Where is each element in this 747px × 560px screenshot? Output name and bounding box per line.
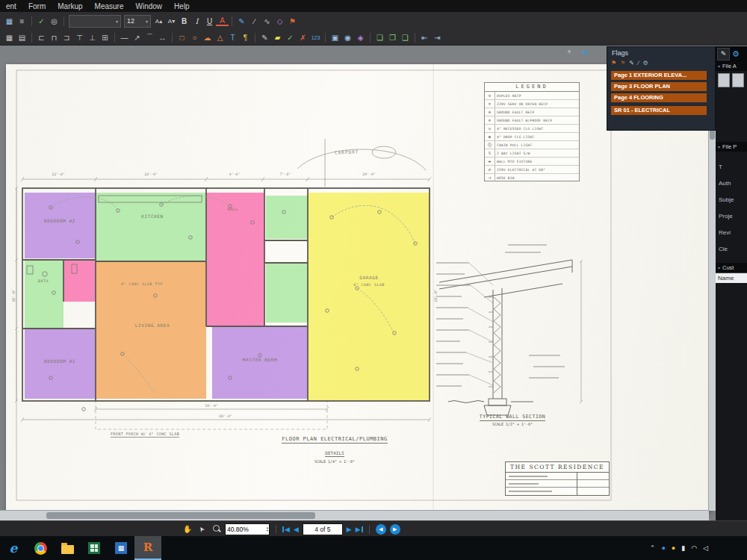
diamond-tool-icon[interactable]: ◇ [273,15,286,28]
flag-row[interactable]: Page 4 FLOORING [611,93,707,102]
merge-icon[interactable]: ❑ [399,31,412,44]
page-indicator[interactable]: 4 of 5 [303,523,343,535]
highlight-icon[interactable]: ▰ [271,31,284,44]
text-icon[interactable]: T [226,31,239,44]
select-tool-icon[interactable]: ➤ [196,525,207,533]
menu-item[interactable]: Measure [89,0,130,12]
excel-taskbar-button[interactable] [81,536,108,560]
pencil-icon[interactable]: ✎ [258,31,271,44]
note-icon[interactable]: ¶ [239,31,252,44]
next-view-button[interactable]: ▶ [390,524,400,535]
section-file-access[interactable]: ▾ File A [716,61,747,71]
pan-tool-icon[interactable]: ✋ [182,525,193,533]
flag-row[interactable]: Page 3 FLOOR PLAN [611,82,707,91]
snapshot-icon[interactable]: ◉ [341,31,354,44]
wave-tool-icon[interactable]: ∿ [261,15,273,28]
menu-item[interactable]: Markup [52,0,88,12]
count-icon[interactable]: 123 [309,31,322,44]
menu-item[interactable]: ent [0,0,22,12]
battery-icon[interactable]: ▮ [681,544,685,552]
room-highlight-master-bedroom[interactable] [212,326,308,399]
room-highlight-bath-3[interactable] [266,263,308,323]
close-icon[interactable]: ✕ [582,49,588,57]
flatten-icon[interactable]: ❐ [386,31,399,44]
increase-font-icon[interactable]: A▴ [152,15,165,28]
pencil-icon[interactable]: ✎ [717,48,730,60]
panel-toggle-icon[interactable]: ▦ [3,15,16,28]
font-color-icon[interactable]: A [216,16,229,26]
gear-icon[interactable]: ⚙ [732,49,740,59]
flag-tool-icon[interactable]: ⚑ [286,15,299,28]
align-right-icon[interactable]: ⊐ [61,31,73,44]
image-icon[interactable]: ▣ [329,31,341,44]
previous-page-button[interactable]: ◀ [294,526,299,533]
grid-icon[interactable]: ▦ [3,31,16,44]
zoom-tool-icon[interactable] [211,525,221,533]
arc-icon[interactable]: ⌒ [143,31,156,44]
section-custom[interactable]: ▾ Cust [716,263,747,273]
table-icon[interactable]: ▤ [16,31,28,44]
stamp-icon[interactable]: ◈ [354,31,367,44]
next-page-button[interactable]: ▶ [347,526,352,533]
zoom-input[interactable] [226,526,267,533]
horizontal-scrollbar[interactable] [0,510,709,520]
align-bottom-icon[interactable]: ⊥ [86,31,99,44]
file-explorer-taskbar-button[interactable] [54,536,81,560]
room-highlight-bedroom-2[interactable] [25,193,96,258]
app-taskbar-button[interactable]: ▦ [108,536,134,560]
revu-taskbar-button[interactable]: R [134,536,161,560]
dimension-icon[interactable]: ↔ [156,31,169,44]
x-markup-icon[interactable]: ✗ [297,31,309,44]
room-highlight-bath-2[interactable] [63,260,96,302]
collapse-panel-icon[interactable]: ▼ [566,49,572,57]
font-family-select[interactable]: ▾ [69,15,121,28]
room-highlight-bedroom-1[interactable] [25,329,96,399]
bold-icon[interactable]: B [178,15,190,28]
edit-flag-icon[interactable]: ✎ [629,60,634,66]
file-thumbnail[interactable] [732,73,744,87]
edge-taskbar-button[interactable]: e [0,536,27,560]
polygon-icon[interactable]: △ [214,31,226,44]
horizontal-scroll-thumb[interactable] [46,512,315,519]
italic-icon[interactable]: I [190,15,203,28]
menu-item[interactable]: Form [22,0,52,12]
menu-item[interactable]: Window [130,0,169,12]
gear-icon[interactable]: ⚙ [642,60,648,66]
align-top-icon[interactable]: ⊤ [73,31,86,44]
align-left-icon[interactable]: ⊏ [35,31,48,44]
cloud-icon[interactable]: ☁ [201,31,214,44]
ellipse-icon[interactable]: ○ [188,31,201,44]
section-file-properties[interactable]: ▾ File P [716,142,747,152]
zoom-spinner[interactable]: ▴▾ [267,526,269,532]
pen-icon[interactable]: ✎ [235,15,248,28]
room-highlight-hall[interactable] [206,193,264,326]
previous-view-button[interactable]: ◀ [376,524,386,535]
file-thumbnail[interactable] [718,73,730,87]
tray-alert-icon[interactable]: ● [672,544,675,552]
room-highlight-garage[interactable] [308,193,430,400]
network-icon[interactable]: ◠ [691,544,697,552]
prev-doc-icon[interactable]: ⇤ [418,31,431,44]
flag-row[interactable]: SR 01 - ELECTRICAL [611,106,707,115]
arrow-icon[interactable]: ↗ [131,31,143,44]
zoom-control[interactable]: ▴▾ [225,523,270,535]
decrease-font-icon[interactable]: A▾ [165,15,178,28]
room-highlight-bed-3[interactable] [266,196,308,239]
check-icon[interactable]: ✓ [35,15,48,28]
font-size-select[interactable]: 12 ▾ [124,15,151,28]
room-highlight-hall-2[interactable] [25,302,63,329]
flag-row[interactable]: Page 1 EXTERIOR ELEVA... [611,71,707,80]
menu-lines-icon[interactable]: ≡ [16,15,28,28]
distribute-icon[interactable]: ⊞ [99,31,111,44]
target-icon[interactable]: ◎ [48,15,61,28]
last-page-button[interactable]: ▶ [356,526,363,533]
line-icon[interactable]: — [118,31,131,44]
remove-flag-icon[interactable]: ⚑ [620,60,625,66]
rectangle-icon[interactable]: □ [176,31,188,44]
chrome-taskbar-button[interactable] [27,536,54,560]
tray-expand-icon[interactable]: ⌃ [650,544,656,552]
first-page-button[interactable]: ◀ [282,526,290,533]
check-markup-icon[interactable]: ✓ [284,31,297,44]
align-center-icon[interactable]: ⊓ [48,31,61,44]
slash-icon[interactable]: ∕ [638,60,639,66]
